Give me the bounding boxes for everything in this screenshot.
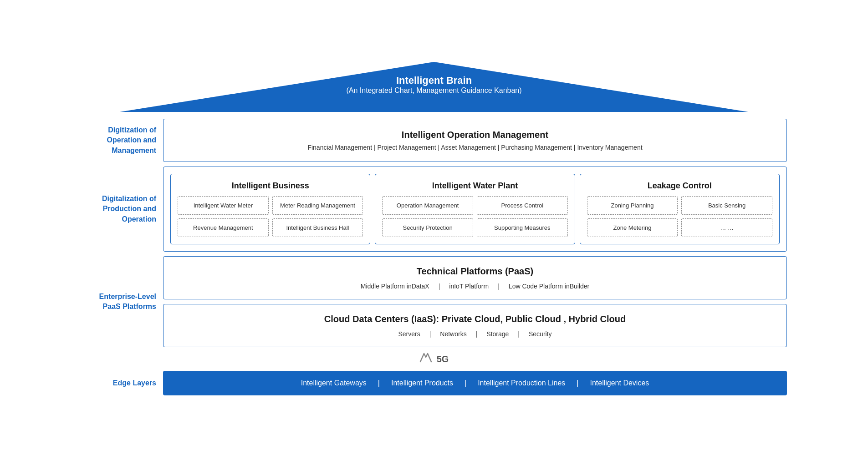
brain-text: Intelligent Brain (An Integrated Chart, … [346,75,521,95]
intelligent-water-plant-title: Intelligent Water Plant [382,181,567,191]
fiveg-row: 5G [81,347,787,371]
cell-water-meter: Intelligent Water Meter [178,196,269,215]
edge-label: Edge Layers [81,378,163,388]
row1-label: Digitization of Operation and Management [81,119,163,162]
cloud-items: Servers | Networks | Storage | Security [398,330,551,338]
edge-sep-2: | [465,379,466,387]
brain-title: Intelligent Brain [346,75,521,86]
cloud-item-1: Servers [398,330,420,338]
row34-label: Enterprise-LevelPaaS Platforms [81,256,163,347]
edge-content: Intelligent Gateways | Intelligent Produ… [163,371,787,395]
cloud-item-4: Security [529,330,552,338]
brain-section: Intelligent Brain (An Integrated Chart, … [81,60,787,114]
cloud-data-centers-panel: Cloud Data Centers (IaaS): Private Cloud… [163,304,787,347]
cell-basic-sensing: Basic Sensing [681,196,772,215]
cell-revenue-mgmt: Revenue Management [178,218,269,237]
edge-bar: Intelligent Gateways | Intelligent Produ… [163,371,787,395]
fiveg-icon [419,353,432,365]
leakage-control-title: Leakage Control [587,181,772,191]
brain-subtitle: (An Integrated Chart, Management Guidanc… [346,86,521,95]
intelligent-water-plant-grid: Operation Management Process Control Sec… [382,196,567,237]
intelligent-water-plant-panel: Intelligent Water Plant Operation Manage… [375,174,575,244]
technical-platforms-title: Technical Platforms (PaaS) [417,266,533,277]
cloud-title: Cloud Data Centers (IaaS): Private Cloud… [324,314,626,324]
row2-columns: Intelligent Business Intelligent Water M… [170,174,780,244]
cell-process-control: Process Control [477,196,568,215]
leakage-control-panel: Leakage Control Zoning Planning Basic Se… [580,174,780,244]
diagram-wrapper: Intelligent Brain (An Integrated Chart, … [81,60,787,395]
row2-content: Intelligent Business Intelligent Water M… [163,167,787,252]
row1-content: Intelligent Operation Management Financi… [163,119,787,162]
cloud-sep-1: | [429,330,431,338]
cell-zoning-planning: Zoning Planning [587,196,678,215]
technical-platforms-items: Middle Platform inDataX | inIoT Platform… [361,283,590,290]
edge-bar-items: Intelligent Gateways | Intelligent Produ… [172,379,778,387]
fiveg-label: 5G [437,354,449,364]
edge-sep-1: | [378,379,380,387]
cloud-sep-2: | [476,330,478,338]
row34-content: Technical Platforms (PaaS) Middle Platfo… [163,256,787,347]
cell-business-hall: Intelligent Business Hall [272,218,363,237]
cell-meter-reading: Meter Reading Management [272,196,363,215]
tech-sep-2: | [498,283,500,290]
intelligent-business-panel: Intelligent Business Intelligent Water M… [170,174,370,244]
edge-item-2: Intelligent Products [391,379,453,387]
edge-item-4: Intelligent Devices [590,379,649,387]
operation-management-panel: Intelligent Operation Management Financi… [163,119,787,162]
operation-management-items: Financial Management | Project Managemen… [307,144,642,151]
edge-wrapper: Edge Layers Intelligent Gateways | Intel… [81,371,787,395]
cell-security-protection: Security Protection [382,218,473,237]
intelligent-business-grid: Intelligent Water Meter Meter Reading Ma… [178,196,363,237]
tech-sep-1: | [439,283,440,290]
cloud-item-3: Storage [486,330,509,338]
tech-item-1: Middle Platform inDataX [361,283,429,290]
row1-wrapper: Digitization of Operation and Management… [81,119,787,162]
row2-outer-panel: Intelligent Business Intelligent Water M… [163,167,787,252]
row34-wrapper: Enterprise-LevelPaaS Platforms Technical… [81,256,787,347]
edge-item-1: Intelligent Gateways [301,379,367,387]
operation-management-title: Intelligent Operation Management [402,130,548,140]
edge-item-3: Intelligent Production Lines [478,379,565,387]
tech-item-3: Low Code Platform inBuilder [509,283,589,290]
leakage-control-grid: Zoning Planning Basic Sensing Zone Meter… [587,196,772,237]
tech-item-2: inIoT Platform [449,283,489,290]
cell-ellipsis: … … [681,218,772,237]
row2-label: Digitalization ofProduction andOperation [81,167,163,252]
cloud-item-2: Networks [440,330,466,338]
cell-zone-metering: Zone Metering [587,218,678,237]
edge-sep-3: | [577,379,578,387]
cell-operation-mgmt: Operation Management [382,196,473,215]
cloud-sep-3: | [518,330,520,338]
row2-wrapper: Digitalization ofProduction andOperation… [81,167,787,252]
technical-platforms-panel: Technical Platforms (PaaS) Middle Platfo… [163,256,787,299]
intelligent-business-title: Intelligent Business [178,181,363,191]
cell-supporting-measures: Supporting Measures [477,218,568,237]
